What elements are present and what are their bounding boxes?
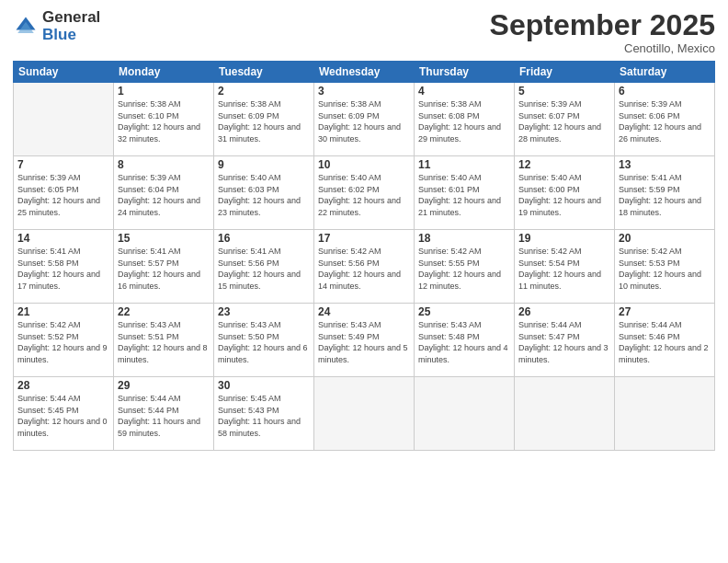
day-info: Sunrise: 5:38 AM Sunset: 6:10 PM Dayligh… <box>118 98 210 144</box>
calendar-cell <box>615 377 715 451</box>
calendar-week-4: 21Sunrise: 5:42 AM Sunset: 5:52 PM Dayli… <box>14 304 715 377</box>
calendar-cell: 8Sunrise: 5:39 AM Sunset: 6:04 PM Daylig… <box>114 156 214 230</box>
day-number: 19 <box>518 232 610 245</box>
day-info: Sunrise: 5:38 AM Sunset: 6:08 PM Dayligh… <box>418 98 510 144</box>
calendar-cell: 7Sunrise: 5:39 AM Sunset: 6:05 PM Daylig… <box>14 156 114 230</box>
day-info: Sunrise: 5:44 AM Sunset: 5:46 PM Dayligh… <box>619 319 711 365</box>
day-number: 23 <box>218 305 310 318</box>
day-number: 2 <box>218 85 310 98</box>
day-info: Sunrise: 5:43 AM Sunset: 5:51 PM Dayligh… <box>118 319 210 365</box>
day-info: Sunrise: 5:39 AM Sunset: 6:04 PM Dayligh… <box>118 172 210 218</box>
col-thursday: Thursday <box>415 62 515 83</box>
day-info: Sunrise: 5:43 AM Sunset: 5:49 PM Dayligh… <box>318 319 410 365</box>
calendar: Sunday Monday Tuesday Wednesday Thursday… <box>13 61 715 451</box>
calendar-cell: 10Sunrise: 5:40 AM Sunset: 6:02 PM Dayli… <box>314 156 415 230</box>
calendar-cell: 27Sunrise: 5:44 AM Sunset: 5:46 PM Dayli… <box>615 304 715 377</box>
calendar-week-2: 7Sunrise: 5:39 AM Sunset: 6:05 PM Daylig… <box>14 156 715 230</box>
calendar-cell: 21Sunrise: 5:42 AM Sunset: 5:52 PM Dayli… <box>14 304 114 377</box>
day-info: Sunrise: 5:39 AM Sunset: 6:06 PM Dayligh… <box>619 98 711 144</box>
day-info: Sunrise: 5:43 AM Sunset: 5:50 PM Dayligh… <box>218 319 310 365</box>
day-number: 10 <box>318 158 410 171</box>
day-info: Sunrise: 5:39 AM Sunset: 6:07 PM Dayligh… <box>518 98 610 144</box>
calendar-cell: 2Sunrise: 5:38 AM Sunset: 6:09 PM Daylig… <box>214 83 314 156</box>
logo-icon <box>13 14 39 40</box>
day-number: 27 <box>619 305 711 318</box>
day-number: 8 <box>118 158 210 171</box>
day-number: 3 <box>318 85 410 98</box>
calendar-cell: 19Sunrise: 5:42 AM Sunset: 5:54 PM Dayli… <box>515 230 615 304</box>
logo: General Blue <box>13 9 100 43</box>
day-info: Sunrise: 5:44 AM Sunset: 5:47 PM Dayligh… <box>518 319 610 365</box>
calendar-cell: 25Sunrise: 5:43 AM Sunset: 5:48 PM Dayli… <box>415 304 515 377</box>
calendar-cell: 29Sunrise: 5:44 AM Sunset: 5:44 PM Dayli… <box>114 377 214 451</box>
calendar-header-row: Sunday Monday Tuesday Wednesday Thursday… <box>14 62 715 83</box>
calendar-cell <box>415 377 515 451</box>
header: General Blue September 2025 Cenotillo, M… <box>13 9 715 55</box>
calendar-cell <box>14 83 114 156</box>
calendar-cell: 16Sunrise: 5:41 AM Sunset: 5:56 PM Dayli… <box>214 230 314 304</box>
day-number: 29 <box>118 379 210 392</box>
day-info: Sunrise: 5:42 AM Sunset: 5:55 PM Dayligh… <box>418 246 510 292</box>
title-block: September 2025 Cenotillo, Mexico <box>490 9 715 55</box>
day-number: 16 <box>218 232 310 245</box>
day-number: 13 <box>619 158 711 171</box>
calendar-cell: 12Sunrise: 5:40 AM Sunset: 6:00 PM Dayli… <box>515 156 615 230</box>
col-saturday: Saturday <box>615 62 715 83</box>
day-info: Sunrise: 5:44 AM Sunset: 5:44 PM Dayligh… <box>118 393 210 439</box>
day-number: 17 <box>318 232 410 245</box>
calendar-cell: 23Sunrise: 5:43 AM Sunset: 5:50 PM Dayli… <box>214 304 314 377</box>
day-number: 24 <box>318 305 410 318</box>
col-friday: Friday <box>515 62 615 83</box>
day-info: Sunrise: 5:43 AM Sunset: 5:48 PM Dayligh… <box>418 319 510 365</box>
calendar-cell: 13Sunrise: 5:41 AM Sunset: 5:59 PM Dayli… <box>615 156 715 230</box>
calendar-cell: 3Sunrise: 5:38 AM Sunset: 6:09 PM Daylig… <box>314 83 415 156</box>
day-info: Sunrise: 5:41 AM Sunset: 5:58 PM Dayligh… <box>17 246 109 292</box>
col-sunday: Sunday <box>14 62 114 83</box>
day-number: 5 <box>518 85 610 98</box>
day-info: Sunrise: 5:42 AM Sunset: 5:56 PM Dayligh… <box>318 246 410 292</box>
calendar-cell: 26Sunrise: 5:44 AM Sunset: 5:47 PM Dayli… <box>515 304 615 377</box>
day-info: Sunrise: 5:42 AM Sunset: 5:52 PM Dayligh… <box>17 319 109 365</box>
location: Cenotillo, Mexico <box>490 41 715 55</box>
calendar-cell: 1Sunrise: 5:38 AM Sunset: 6:10 PM Daylig… <box>114 83 214 156</box>
day-info: Sunrise: 5:40 AM Sunset: 6:01 PM Dayligh… <box>418 172 510 218</box>
calendar-week-5: 28Sunrise: 5:44 AM Sunset: 5:45 PM Dayli… <box>14 377 715 451</box>
day-number: 20 <box>619 232 711 245</box>
col-tuesday: Tuesday <box>214 62 314 83</box>
calendar-cell: 28Sunrise: 5:44 AM Sunset: 5:45 PM Dayli… <box>14 377 114 451</box>
calendar-cell: 11Sunrise: 5:40 AM Sunset: 6:01 PM Dayli… <box>415 156 515 230</box>
day-number: 9 <box>218 158 310 171</box>
calendar-cell: 9Sunrise: 5:40 AM Sunset: 6:03 PM Daylig… <box>214 156 314 230</box>
day-number: 6 <box>619 85 711 98</box>
day-info: Sunrise: 5:38 AM Sunset: 6:09 PM Dayligh… <box>218 98 310 144</box>
calendar-cell <box>314 377 415 451</box>
logo-blue-text: Blue <box>42 27 100 44</box>
col-monday: Monday <box>114 62 214 83</box>
day-info: Sunrise: 5:39 AM Sunset: 6:05 PM Dayligh… <box>17 172 109 218</box>
calendar-cell: 5Sunrise: 5:39 AM Sunset: 6:07 PM Daylig… <box>515 83 615 156</box>
day-info: Sunrise: 5:45 AM Sunset: 5:43 PM Dayligh… <box>218 393 310 439</box>
calendar-cell: 6Sunrise: 5:39 AM Sunset: 6:06 PM Daylig… <box>615 83 715 156</box>
calendar-week-1: 1Sunrise: 5:38 AM Sunset: 6:10 PM Daylig… <box>14 83 715 156</box>
day-number: 21 <box>17 305 109 318</box>
day-number: 15 <box>118 232 210 245</box>
day-number: 1 <box>118 85 210 98</box>
day-info: Sunrise: 5:38 AM Sunset: 6:09 PM Dayligh… <box>318 98 410 144</box>
day-number: 4 <box>418 85 510 98</box>
day-info: Sunrise: 5:40 AM Sunset: 6:00 PM Dayligh… <box>518 172 610 218</box>
calendar-cell: 15Sunrise: 5:41 AM Sunset: 5:57 PM Dayli… <box>114 230 214 304</box>
day-info: Sunrise: 5:41 AM Sunset: 5:59 PM Dayligh… <box>619 172 711 218</box>
calendar-cell: 22Sunrise: 5:43 AM Sunset: 5:51 PM Dayli… <box>114 304 214 377</box>
calendar-cell: 17Sunrise: 5:42 AM Sunset: 5:56 PM Dayli… <box>314 230 415 304</box>
logo-text: General Blue <box>42 9 100 43</box>
day-info: Sunrise: 5:42 AM Sunset: 5:54 PM Dayligh… <box>518 246 610 292</box>
day-number: 28 <box>17 379 109 392</box>
day-number: 7 <box>17 158 109 171</box>
calendar-cell: 24Sunrise: 5:43 AM Sunset: 5:49 PM Dayli… <box>314 304 415 377</box>
calendar-cell <box>515 377 615 451</box>
calendar-cell: 14Sunrise: 5:41 AM Sunset: 5:58 PM Dayli… <box>14 230 114 304</box>
calendar-cell: 30Sunrise: 5:45 AM Sunset: 5:43 PM Dayli… <box>214 377 314 451</box>
day-info: Sunrise: 5:41 AM Sunset: 5:56 PM Dayligh… <box>218 246 310 292</box>
day-number: 26 <box>518 305 610 318</box>
col-wednesday: Wednesday <box>314 62 415 83</box>
